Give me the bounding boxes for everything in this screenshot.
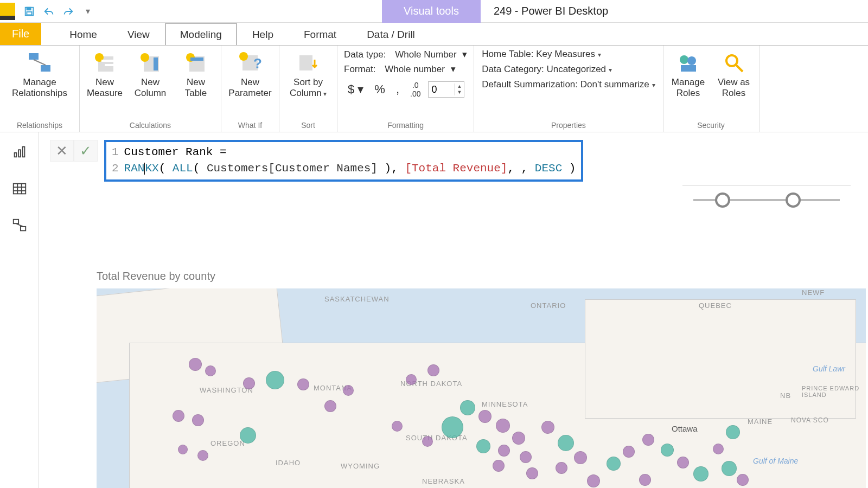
decimal-places-input[interactable] — [429, 84, 455, 95]
data-type-dropdown[interactable]: Data type: Whole Number ▾ — [344, 49, 467, 60]
format-dropdown[interactable]: Format: Whole number ▾ — [344, 63, 467, 75]
tab-modeling[interactable]: Modeling — [165, 23, 237, 45]
svg-line-35 — [16, 223, 23, 227]
map-bubble — [639, 474, 651, 486]
map-bubble — [642, 434, 654, 446]
commit-formula-icon[interactable]: ✓ — [74, 140, 98, 162]
svg-rect-26 — [18, 150, 21, 157]
new-parameter-button[interactable]: ? New Parameter — [226, 48, 275, 100]
data-view-icon[interactable] — [9, 178, 30, 200]
map-bubble — [392, 421, 403, 432]
map-bubble — [324, 400, 336, 412]
slicer-handle-max[interactable] — [786, 192, 801, 208]
tab-view[interactable]: View — [112, 23, 165, 45]
tab-help[interactable]: Help — [237, 23, 289, 45]
map-bubble — [661, 444, 674, 457]
map-label: NEWF — [802, 288, 825, 297]
map-bubble — [722, 461, 737, 476]
group-calculations: New Measure New Column New Table Calcula… — [80, 46, 221, 132]
svg-point-11 — [141, 53, 149, 62]
map-label: NOVA SCO — [791, 416, 829, 424]
undo-icon[interactable] — [41, 4, 56, 19]
map-bubble — [498, 445, 510, 457]
title-bar: ▾ Visual tools 249 - Power BI Desktop — [0, 0, 868, 23]
group-security: Manage Roles View as Roles Security — [663, 46, 760, 132]
manage-roles-button[interactable]: Manage Roles — [668, 48, 709, 100]
map-label: QUEBEC — [699, 301, 732, 310]
percent-format-button[interactable]: % — [371, 80, 389, 99]
cancel-formula-icon[interactable]: ✕ — [50, 140, 74, 162]
map-label: Gulf of Maine — [753, 457, 798, 465]
tab-home[interactable]: Home — [54, 23, 112, 45]
contextual-tab-visual-tools: Visual tools — [382, 0, 481, 23]
map-bubble — [726, 425, 740, 439]
map-label: Ottawa — [672, 424, 698, 433]
view-as-roles-button[interactable]: View as Roles — [713, 48, 755, 100]
data-category-dropdown[interactable]: Data Category: Uncategorized — [482, 64, 655, 75]
qat-customize-icon[interactable]: ▾ — [80, 4, 95, 19]
map-bubble — [343, 385, 354, 396]
slicer-handle-min[interactable] — [715, 192, 730, 208]
range-slicer[interactable] — [682, 185, 851, 223]
map-label: MAINE — [748, 418, 773, 426]
map-bubble — [297, 378, 309, 390]
map-bubble — [493, 460, 505, 472]
tab-format[interactable]: Format — [289, 23, 352, 45]
decimal-places-spinner[interactable]: ▲▼ — [428, 81, 465, 98]
formula-bar: ✕ ✓ 1Customer Rank = 2RANKX( ALL( Custom… — [50, 140, 583, 182]
svg-rect-12 — [154, 57, 158, 70]
svg-rect-22 — [681, 65, 696, 72]
map-bubble — [192, 414, 204, 426]
group-whatif: ? New Parameter What If — [221, 46, 279, 132]
view-switcher-rail — [0, 132, 39, 488]
svg-rect-4 — [41, 65, 50, 72]
default-summarization-dropdown[interactable]: Default Summarization: Don't summarize — [482, 79, 655, 90]
tab-data-drill[interactable]: Data / Drill — [352, 23, 430, 45]
map-bubble — [460, 400, 475, 415]
manage-relationships-button[interactable]: Manage Relationships — [4, 48, 75, 100]
map-bubble — [173, 410, 184, 422]
report-view-icon[interactable] — [9, 141, 30, 163]
new-table-button[interactable]: New Table — [175, 48, 216, 100]
group-label-calculations: Calculations — [130, 119, 171, 132]
map-bubble — [189, 358, 202, 371]
map-visual[interactable]: SASKATCHEWAN ONTARIO QUEBEC NEWF WASHING… — [97, 288, 866, 488]
svg-rect-34 — [20, 227, 25, 231]
group-sort: Sort by Column Sort — [279, 46, 337, 132]
new-parameter-icon: ? — [237, 50, 263, 76]
svg-point-20 — [680, 55, 688, 64]
sort-by-column-button[interactable]: Sort by Column — [284, 48, 333, 100]
svg-text:?: ? — [253, 55, 262, 72]
map-bubble — [693, 466, 709, 481]
map-label: MINNESOTA — [482, 400, 528, 408]
map-bubble — [240, 427, 256, 444]
thousands-separator-button[interactable]: , — [392, 80, 403, 99]
map-bubble — [406, 374, 417, 385]
map-bubble — [737, 474, 749, 486]
ribbon-tabs: File Home View Modeling Help Format Data… — [0, 23, 868, 46]
currency-format-button[interactable]: $ ▾ — [344, 80, 367, 99]
spinner-down-icon[interactable]: ▼ — [455, 89, 464, 95]
formula-editor[interactable]: 1Customer Rank = 2RANKX( ALL( Customers[… — [104, 140, 583, 182]
map-label: NEBRASKA — [422, 477, 465, 485]
save-icon[interactable] — [22, 4, 37, 19]
map-label: Gulf Lawr — [813, 364, 845, 373]
sort-icon — [295, 50, 321, 76]
redo-icon[interactable] — [61, 4, 76, 19]
quick-access-toolbar: ▾ — [17, 4, 100, 19]
new-column-button[interactable]: New Column — [130, 48, 171, 100]
spinner-up-icon[interactable]: ▲ — [455, 84, 464, 89]
document-title: 249 - Power BI Desktop — [481, 5, 621, 17]
map-bubble — [526, 467, 538, 479]
decimal-places-icon: .0.00 — [406, 78, 424, 101]
map-bubble — [512, 432, 525, 445]
new-measure-icon — [92, 50, 118, 76]
new-measure-button[interactable]: New Measure — [84, 48, 125, 100]
svg-rect-1 — [27, 7, 30, 10]
svg-rect-28 — [13, 184, 25, 194]
model-view-icon[interactable] — [9, 215, 30, 236]
tab-file[interactable]: File — [0, 23, 41, 45]
home-table-dropdown[interactable]: Home Table: Key Measures — [482, 49, 655, 60]
svg-point-21 — [687, 56, 696, 65]
map-bubble — [520, 451, 532, 463]
